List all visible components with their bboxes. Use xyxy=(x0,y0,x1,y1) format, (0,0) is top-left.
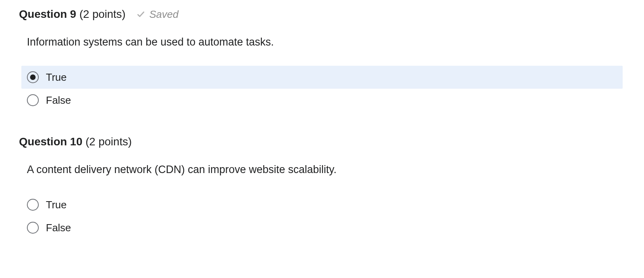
question-number: Question 10 xyxy=(19,135,82,148)
option-label: False xyxy=(46,95,71,105)
option-false[interactable]: False xyxy=(21,89,623,112)
question-block-10: Question 10 (2 points) A content deliver… xyxy=(0,135,644,239)
option-true[interactable]: True xyxy=(21,193,623,216)
radio-icon xyxy=(27,222,39,234)
saved-label: Saved xyxy=(149,8,178,21)
radio-icon xyxy=(27,199,39,211)
radio-icon xyxy=(27,94,39,106)
option-label: False xyxy=(46,223,71,233)
option-label: True xyxy=(46,200,67,210)
option-label: True xyxy=(46,72,67,82)
question-text: A content delivery network (CDN) can imp… xyxy=(0,162,644,177)
checkmark-icon xyxy=(136,10,145,19)
question-header: Question 9 (2 points) Saved xyxy=(0,8,644,21)
question-number: Question 9 xyxy=(19,8,76,21)
options-list: True False xyxy=(0,193,644,239)
question-text: Information systems can be used to autom… xyxy=(0,35,644,50)
question-header: Question 10 (2 points) xyxy=(0,135,644,148)
question-points: (2 points) xyxy=(80,8,126,21)
option-true[interactable]: True xyxy=(21,66,623,89)
saved-indicator: Saved xyxy=(136,8,178,21)
question-points: (2 points) xyxy=(85,135,132,148)
radio-icon xyxy=(27,71,39,83)
options-list: True False xyxy=(0,66,644,112)
question-block-9: Question 9 (2 points) Saved Information … xyxy=(0,8,644,112)
option-false[interactable]: False xyxy=(21,216,623,239)
